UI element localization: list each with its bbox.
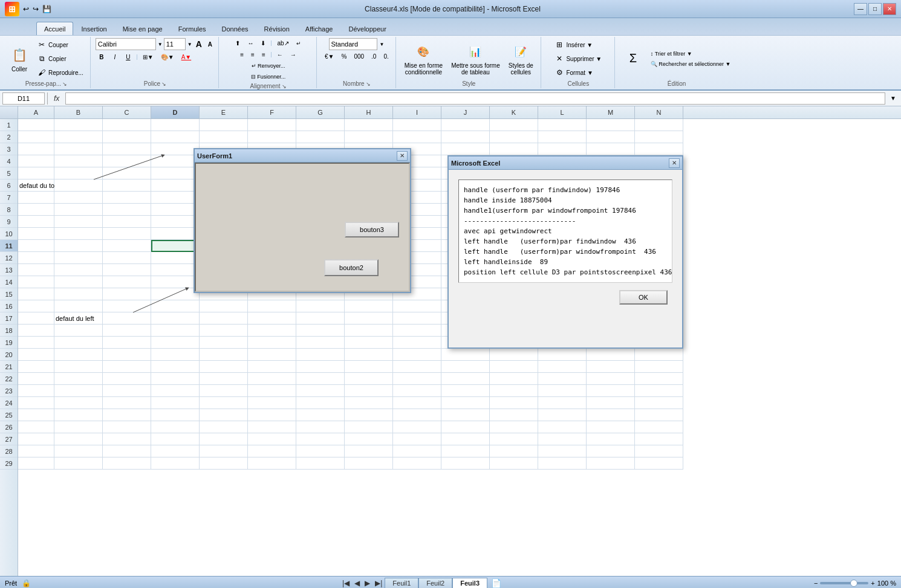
cell-c7[interactable] <box>103 192 151 204</box>
cell-g26[interactable] <box>296 421 345 433</box>
cell-b2[interactable] <box>54 131 103 143</box>
col-header-b[interactable]: B <box>54 106 103 118</box>
row-header-11[interactable]: 11 <box>0 240 18 252</box>
cell-g22[interactable] <box>296 373 345 385</box>
cell-c23[interactable] <box>103 385 151 397</box>
inc-dec-btn[interactable]: .0 <box>368 51 379 62</box>
cell-d8[interactable] <box>151 204 200 216</box>
cell-h17[interactable] <box>345 312 393 325</box>
cell-i28[interactable] <box>393 445 441 457</box>
cell-k23[interactable] <box>490 385 538 397</box>
cell-n28[interactable] <box>635 445 683 457</box>
cell-b11[interactable] <box>54 240 103 252</box>
row-header-7[interactable]: 7 <box>0 192 18 204</box>
cell-k22[interactable] <box>490 373 538 385</box>
cell-b5[interactable] <box>54 167 103 179</box>
cell-f24[interactable] <box>248 397 296 409</box>
cell-n20[interactable] <box>635 349 683 361</box>
row-header-2[interactable]: 2 <box>0 131 18 143</box>
cell-c25[interactable] <box>103 409 151 421</box>
cell-n3[interactable] <box>635 143 683 155</box>
office-logo[interactable]: ⊞ <box>5 2 19 16</box>
cell-d6[interactable] <box>151 179 200 192</box>
cell-k20[interactable] <box>490 349 538 361</box>
percent-btn[interactable]: % <box>338 51 350 62</box>
cell-i21[interactable] <box>393 361 441 373</box>
row-header-13[interactable]: 13 <box>0 264 18 276</box>
sheet-tab-next[interactable]: ▶ <box>362 579 372 587</box>
cell-c10[interactable] <box>103 228 151 240</box>
cell-d25[interactable] <box>151 409 200 421</box>
cell-l1[interactable] <box>538 119 587 131</box>
cell-j1[interactable] <box>441 119 490 131</box>
cell-b12[interactable] <box>54 252 103 264</box>
font-name-input[interactable] <box>96 38 156 50</box>
col-header-f[interactable]: F <box>248 106 296 118</box>
cell-a17[interactable] <box>18 312 54 325</box>
cell-d27[interactable] <box>151 433 200 445</box>
tab-formules[interactable]: Formules <box>171 22 214 35</box>
bouton3-button[interactable]: bouton3 <box>345 222 399 237</box>
cell-a12[interactable] <box>18 252 54 264</box>
cell-d14[interactable] <box>151 276 200 288</box>
col-header-j[interactable]: J <box>441 106 490 118</box>
cell-k27[interactable] <box>490 433 538 445</box>
cell-c4[interactable] <box>103 155 151 167</box>
cell-g1[interactable] <box>296 119 345 131</box>
cell-b27[interactable] <box>54 433 103 445</box>
cell-d11[interactable] <box>151 240 200 252</box>
cell-b8[interactable] <box>54 204 103 216</box>
cell-a22[interactable] <box>18 373 54 385</box>
sheet-tab-feuil1[interactable]: Feuil1 <box>385 578 418 588</box>
cell-l22[interactable] <box>538 373 587 385</box>
cell-a26[interactable] <box>18 421 54 433</box>
cell-d12[interactable] <box>151 252 200 264</box>
cell-c22[interactable] <box>103 373 151 385</box>
group-expand-police[interactable]: ↘ <box>161 81 166 87</box>
cell-f22[interactable] <box>248 373 296 385</box>
row-header-28[interactable]: 28 <box>0 445 18 457</box>
cell-g17[interactable] <box>296 312 345 325</box>
decrease-font-btn[interactable]: A <box>206 40 215 49</box>
tab-mise-en-page[interactable]: Mise en page <box>115 22 171 35</box>
cell-h24[interactable] <box>345 397 393 409</box>
cell-d28[interactable] <box>151 445 200 457</box>
cell-c26[interactable] <box>103 421 151 433</box>
cell-c15[interactable] <box>103 288 151 300</box>
cell-l25[interactable] <box>538 409 587 421</box>
cell-m23[interactable] <box>587 385 635 397</box>
cell-m3[interactable] <box>587 143 635 155</box>
borders-btn[interactable]: ⊞▼ <box>140 52 157 62</box>
bold-btn[interactable]: B <box>96 52 108 62</box>
cell-d22[interactable] <box>151 373 200 385</box>
cell-j22[interactable] <box>441 373 490 385</box>
cell-i22[interactable] <box>393 373 441 385</box>
row-header-9[interactable]: 9 <box>0 216 18 228</box>
sheet-tab-feuil2[interactable]: Feuil2 <box>418 578 452 588</box>
cell-f1[interactable] <box>248 119 296 131</box>
cell-k28[interactable] <box>490 445 538 457</box>
cell-c5[interactable] <box>103 167 151 179</box>
group-expand-align[interactable]: ↘ <box>282 83 287 89</box>
cell-a18[interactable] <box>18 325 54 337</box>
cell-c8[interactable] <box>103 204 151 216</box>
cell-f16[interactable] <box>248 300 296 312</box>
cell-d7[interactable] <box>151 192 200 204</box>
cell-i16[interactable] <box>393 300 441 312</box>
cell-l26[interactable] <box>538 421 587 433</box>
cell-i24[interactable] <box>393 397 441 409</box>
cell-e17[interactable] <box>200 312 248 325</box>
align-right-btn[interactable]: ≡ <box>259 50 268 60</box>
cell-k25[interactable] <box>490 409 538 421</box>
cell-h1[interactable] <box>345 119 393 131</box>
row-header-12[interactable]: 12 <box>0 252 18 264</box>
col-header-i[interactable]: I <box>393 106 441 118</box>
cell-l28[interactable] <box>538 445 587 457</box>
cell-a23[interactable] <box>18 385 54 397</box>
cell-f18[interactable] <box>248 325 296 337</box>
bouton2-button[interactable]: bouton2 <box>324 259 379 276</box>
indent-inc-btn[interactable]: → <box>287 50 299 60</box>
cell-j26[interactable] <box>441 421 490 433</box>
cell-b29[interactable] <box>54 457 103 470</box>
cell-m26[interactable] <box>587 421 635 433</box>
